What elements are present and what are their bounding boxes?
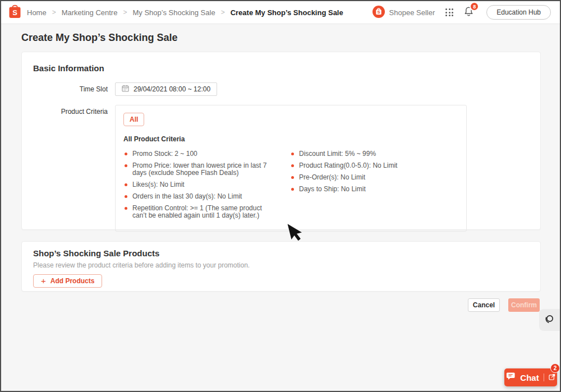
seller-account[interactable]: S Shopee Seller: [373, 6, 435, 20]
support-fab[interactable]: [539, 309, 560, 331]
criteria-item-text: Orders in the last 30 day(s): No Limit: [132, 193, 242, 200]
product-criteria-panel: All All Product Criteria Promo Stock: 2 …: [115, 105, 467, 232]
support-spiral-icon: [544, 313, 555, 327]
breadcrumb-separator: >: [52, 8, 56, 16]
criteria-item-text: Repetition Control: >= 1 (The same produ…: [132, 205, 270, 219]
calendar-icon: [122, 85, 129, 94]
breadcrumb-marketing-centre[interactable]: Marketing Centre: [62, 8, 118, 17]
criteria-item: Orders in the last 30 day(s): No Limit: [123, 193, 270, 200]
breadcrumb-home[interactable]: Home: [27, 8, 47, 17]
add-products-label: Add Products: [50, 277, 95, 285]
bullet-dot-icon: [291, 164, 294, 167]
bullet-dot-icon: [125, 164, 127, 167]
seller-label: Shopee Seller: [389, 8, 435, 17]
chat-popout-icon: [549, 372, 555, 382]
sale-products-title: Shop’s Shocking Sale Products: [33, 248, 529, 258]
shopee-seller-logo-icon: S: [373, 6, 385, 20]
cancel-button[interactable]: Cancel: [468, 298, 500, 312]
criteria-item-text: Discount Limit: 5% ~ 99%: [299, 150, 376, 158]
breadcrumb-separator: >: [123, 8, 127, 16]
bullet-dot-icon: [125, 183, 127, 186]
plus-icon: +: [41, 278, 46, 284]
time-slot-row: Time Slot 29/04/2021 08:00 ~ 12:00: [33, 82, 529, 96]
apps-grid-icon[interactable]: [445, 8, 453, 16]
criteria-item: Pre-Order(s): No Limit: [290, 174, 458, 181]
bullet-dot-icon: [125, 207, 127, 210]
criteria-item: Discount Limit: 5% ~ 99%: [290, 150, 458, 158]
chat-divider: [544, 373, 544, 381]
product-criteria-label: Product Criteria: [33, 105, 115, 232]
notification-count-badge: 8: [470, 2, 479, 11]
basic-information-card: Basic Information Time Slot: [21, 52, 541, 230]
criteria-item: Product Rating(0.0-5.0): No Limit: [290, 162, 458, 169]
confirm-button[interactable]: Confirm: [508, 298, 540, 312]
criteria-item-text: Pre-Order(s): No Limit: [299, 174, 365, 181]
bullet-dot-icon: [125, 195, 127, 198]
criteria-item: Promo Price: lower than lowest price in …: [123, 162, 270, 177]
criteria-item-text: Product Rating(0.0-5.0): No Limit: [299, 162, 397, 169]
criteria-list-left: Promo Stock: 2 ~ 100 Promo Price: lower …: [123, 150, 270, 224]
education-hub-button[interactable]: Education Hub: [486, 5, 551, 20]
svg-text:S: S: [12, 8, 17, 17]
criteria-title: All Product Criteria: [123, 135, 458, 143]
bullet-dot-icon: [291, 188, 294, 191]
criteria-item-text: Likes(s): No Limit: [132, 181, 185, 188]
criteria-item-text: Days to Ship: No Limit: [299, 186, 366, 193]
top-bar: S Home > Marketing Centre > My Shop’s Sh…: [1, 1, 560, 24]
notifications-button[interactable]: 8: [464, 6, 473, 19]
bullet-dot-icon: [291, 153, 294, 155]
top-bar-actions: S Shopee Seller 8 Education Hub: [373, 5, 551, 20]
criteria-all-filter-button[interactable]: All: [123, 113, 144, 126]
chat-label: Chat: [520, 373, 539, 382]
criteria-item-text: Promo Price: lower than lowest price in …: [132, 162, 270, 177]
breadcrumb-shocking-sale[interactable]: My Shop’s Shocking Sale: [132, 8, 215, 17]
breadcrumb: Home > Marketing Centre > My Shop’s Shoc…: [27, 8, 343, 17]
criteria-item: Repetition Control: >= 1 (The same produ…: [123, 205, 270, 219]
criteria-item: Promo Stock: 2 ~ 100: [123, 150, 270, 158]
product-criteria-row: Product Criteria All All Product Criteri…: [33, 105, 529, 232]
chat-button[interactable]: Chat 2: [504, 368, 557, 386]
bullet-dot-icon: [125, 153, 127, 155]
add-products-button[interactable]: + Add Products: [33, 274, 102, 288]
basic-information-title: Basic Information: [33, 63, 529, 73]
svg-text:S: S: [377, 10, 380, 15]
breadcrumb-current-page: Create My Shop’s Shocking Sale: [231, 8, 343, 17]
chat-bubble-icon: [506, 372, 516, 382]
criteria-item: Days to Ship: No Limit: [290, 186, 458, 193]
time-slot-value: 29/04/2021 08:00 ~ 12:00: [134, 85, 210, 93]
chat-unread-badge: 2: [550, 363, 560, 373]
criteria-item: Likes(s): No Limit: [123, 181, 270, 188]
page-title: Create My Shop’s Shocking Sale: [21, 32, 177, 44]
time-slot-label: Time Slot: [33, 82, 115, 96]
bullet-dot-icon: [291, 176, 294, 179]
sale-products-subtitle: Please review the product criteria befor…: [33, 261, 529, 269]
criteria-list-right: Discount Limit: 5% ~ 99% Product Rating(…: [290, 150, 458, 224]
time-slot-picker[interactable]: 29/04/2021 08:00 ~ 12:00: [115, 82, 217, 96]
breadcrumb-separator: >: [221, 8, 225, 16]
footer-actions: Cancel Confirm: [468, 298, 540, 312]
criteria-item-text: Promo Stock: 2 ~ 100: [132, 150, 197, 158]
shopee-logo-icon[interactable]: S: [8, 3, 22, 22]
sale-products-card: Shop’s Shocking Sale Products Please rev…: [21, 241, 541, 292]
